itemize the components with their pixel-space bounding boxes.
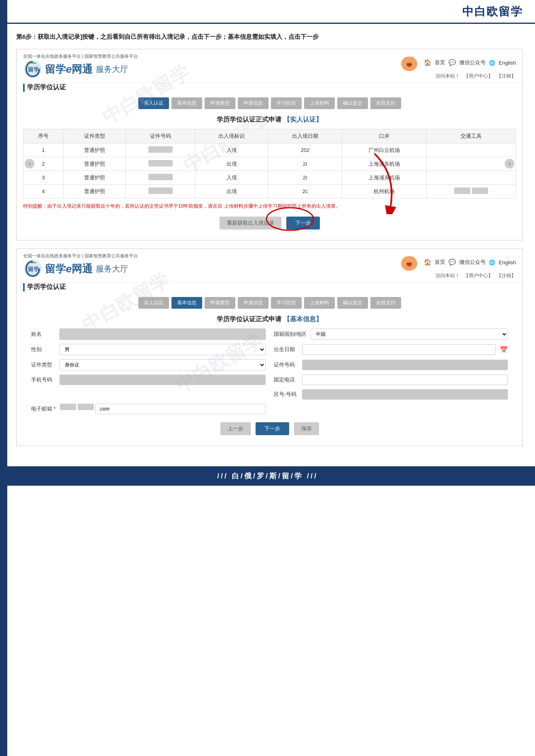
panel1-cert-title-bar: 学历学位认证 <box>23 83 516 92</box>
panel2-nav-right: 🏠 首页 💬 微信公众号 🌐 English 访问本站！ 【用户中心】 【注销】 <box>398 252 516 279</box>
cell-dir: 出境 <box>195 185 269 198</box>
tab-real-person-1[interactable]: 实人认证 <box>138 97 169 109</box>
table-nav-left[interactable]: ‹ <box>25 159 34 168</box>
phone-row: 手机号码 <box>31 375 266 385</box>
cell-date: 2r <box>269 157 342 171</box>
blurred-id-2 <box>148 160 173 166</box>
home-icon-1: 🏠 <box>424 59 431 66</box>
name-input-blurred[interactable] <box>59 329 266 340</box>
panel1-wechat-link[interactable]: 微信公众号 <box>459 59 486 66</box>
panel2-logo-service: 服务大厅 <box>96 263 128 274</box>
nationality-select[interactable]: 中国 <box>311 329 508 340</box>
calendar-icon[interactable]: 📅 <box>500 346 508 354</box>
panel2-wechat-link[interactable]: 微信公众号 <box>459 259 486 266</box>
form-row-5: 区号-号码 <box>31 389 508 400</box>
basic-info-form: 姓名 国籍国别/地区 中国 性别 男 <box>23 329 516 414</box>
svg-point-22 <box>404 257 407 260</box>
table-row: 2 普通护照 出境 2r 上海浦东机场 <box>23 157 516 171</box>
panel2-body: 学历学位认证 实人认证 基本信息 申请类型 申请信息 学习经历 上传材料 确认提… <box>17 283 522 446</box>
panel-2-basic-info: 中白欧留学 中白欧留学 全国一体化在线政务服务平台 | 国家智慧教育公共服务平台… <box>16 248 523 446</box>
panel1-english-link[interactable]: English <box>499 60 516 66</box>
cell-transport <box>426 157 516 171</box>
panel1-visit-link[interactable]: 访问本站！ <box>436 73 460 79</box>
wechat-icon-1: 💬 <box>448 59 456 66</box>
panel2-visit-link[interactable]: 访问本站！ <box>436 273 460 278</box>
home-icon-2: 🏠 <box>424 259 431 266</box>
tab-basic-info-1[interactable]: 基本信息 <box>171 97 202 109</box>
dob-row: 出生日期 📅 <box>274 344 508 355</box>
cell-no: 4 <box>23 185 63 198</box>
cell-id <box>126 185 195 198</box>
email-input[interactable] <box>95 404 266 414</box>
panel2-home-link[interactable]: 首页 <box>435 259 445 266</box>
tab-study-history-1[interactable]: 学习经历 <box>271 97 302 109</box>
panel2-user-center-link[interactable]: 【用户中心】 <box>464 273 493 278</box>
tab-upload-1[interactable]: 上传材料 <box>304 97 335 109</box>
tab-app-type-1[interactable]: 申请类型 <box>205 97 235 109</box>
nationality-row: 国籍国别/地区 中国 <box>274 329 508 340</box>
tab-upload-2[interactable]: 上传材料 <box>304 297 335 309</box>
tab-payment-2[interactable]: 在线支付 <box>370 297 401 309</box>
cell-date: 2c <box>269 185 342 198</box>
gender-select[interactable]: 男 女 <box>59 344 266 355</box>
main-content: 第6步：获取出入境记录]按键，之后看到自己所有得出入境记录，点击下一步；基本信息… <box>0 24 535 462</box>
tab-confirm-1[interactable]: 确认提交 <box>337 97 368 109</box>
table-nav-right[interactable]: › <box>505 159 514 168</box>
panel1-logout-link[interactable]: 【注销】 <box>497 73 516 79</box>
svg-text:留学: 留学 <box>28 66 39 73</box>
id-type-label: 证件类型 <box>31 361 55 369</box>
svg-point-10 <box>412 57 414 60</box>
area-code-input[interactable] <box>302 389 508 400</box>
tab-study-history-2[interactable]: 学习经历 <box>271 297 302 309</box>
email-prefix-blurred-2 <box>78 404 94 410</box>
cell-date: 202 <box>269 143 342 157</box>
entry-exit-table: 序号 证件类型 证件号码 出入境标识 出入境日期 口岸 交通工具 1 普通护照 <box>23 129 516 198</box>
panel1-nav: 全国一体化在线政务服务平台 | 国家智慧教育公共服务平台 留学 留学e网通 服务… <box>17 49 522 83</box>
landline-label: 固定电话 <box>274 376 298 383</box>
dob-input[interactable] <box>302 344 496 355</box>
panel2-english-link[interactable]: English <box>499 259 516 265</box>
save-button[interactable]: 保存 <box>294 422 319 435</box>
email-label: 电子邮箱 <box>31 405 56 413</box>
cell-id <box>126 143 195 157</box>
panel-1-entry-exit: 中白欧留学 中白欧留学 全国一体化在线政务服务平台 | 国家智慧教育公共服务平台… <box>16 49 523 240</box>
panel1-home-link[interactable]: 首页 <box>435 59 445 66</box>
id-type-select[interactable]: 身份证 <box>59 359 266 371</box>
table-row: 4 普通护照 出境 2c 杭州机场 <box>23 185 516 198</box>
site-logo: 中白欧留学 <box>462 4 523 23</box>
panel1-body: 学历学位认证 实人认证 基本信息 申请类型 申请信息 学习经历 上传材料 确认提… <box>17 83 522 240</box>
svg-point-20 <box>410 263 411 265</box>
gender-label: 性别 <box>31 346 55 353</box>
tab-app-type-2[interactable]: 申请类型 <box>205 297 235 309</box>
blurred-id-4 <box>148 187 173 194</box>
landline-input[interactable] <box>302 375 508 385</box>
blurred-id-3 <box>148 174 173 180</box>
cell-port: 广州白云机场 <box>342 143 426 157</box>
tab-payment-1[interactable]: 在线支付 <box>370 97 401 109</box>
phone-input[interactable] <box>59 375 266 385</box>
area-code-label: 区号-号码 <box>274 391 298 398</box>
panel2-logout-link[interactable]: 【注销】 <box>497 273 516 278</box>
col-port: 口岸 <box>342 129 426 143</box>
form-row-2: 性别 男 女 出生日期 📅 <box>31 344 508 355</box>
cell-type: 普通护照 <box>63 157 126 171</box>
cell-type: 普通护照 <box>63 171 126 185</box>
panel2-logo-title: 留学e网通 <box>45 262 93 276</box>
logo-s-icon-2: 留学 <box>23 259 42 278</box>
tab-real-person-2[interactable]: 实人认证 <box>138 297 169 309</box>
tab-app-info-2[interactable]: 申请信息 <box>238 297 269 309</box>
panel2-logo-row: 留学 留学e网通 服务大厅 <box>23 259 138 278</box>
prev-step-button[interactable]: 上一步 <box>220 422 251 435</box>
tab-basic-info-2[interactable]: 基本信息 <box>171 297 202 309</box>
form-row-3: 证件类型 身份证 证件号码 <box>31 359 508 371</box>
panel1-user-center-link[interactable]: 【用户中心】 <box>464 73 493 79</box>
panel2-bottom-buttons: 上一步 下一步 保存 <box>23 422 516 435</box>
cell-no: 3 <box>23 171 63 185</box>
blurred-transport-4b <box>472 187 488 194</box>
next-step-button-2[interactable]: 下一步 <box>256 422 289 435</box>
panel1-logo-service: 服务大厅 <box>96 64 128 75</box>
tab-app-info-1[interactable]: 申请信息 <box>238 97 269 109</box>
tab-confirm-2[interactable]: 确认提交 <box>337 297 368 309</box>
id-no-input[interactable] <box>302 360 508 370</box>
col-id-no: 证件号码 <box>126 129 195 143</box>
